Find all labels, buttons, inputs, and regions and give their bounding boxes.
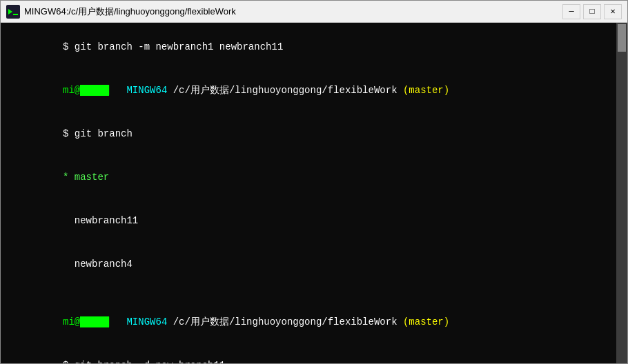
terminal-window: MINGW64:/c/用户数据/linghuoyonggong/flexible… — [0, 0, 628, 364]
line-5: newbranch4 — [5, 243, 623, 286]
path-2: /c/用户数据/linghuoyonggong/flexibleWork — [173, 316, 398, 327]
scrollbar[interactable] — [616, 23, 627, 363]
title-bar: MINGW64:/c/用户数据/linghuoyonggong/flexible… — [1, 1, 627, 23]
blank-1 — [5, 286, 623, 301]
scrollbar-thumb[interactable] — [618, 24, 626, 52]
line-1: $ git branch -m newbranch1 newbranch11 — [5, 26, 623, 69]
space-2 — [167, 85, 173, 96]
star-master: * master — [63, 172, 109, 183]
masked-1: █████ — [80, 85, 109, 96]
path-1: /c/用户数据/linghuoyonggong/flexibleWork — [173, 85, 398, 96]
masked-2: █████ — [80, 316, 109, 327]
minimize-button[interactable]: — — [562, 4, 580, 19]
terminal-icon — [6, 5, 20, 19]
terminal-content: $ git branch -m newbranch1 newbranch11 m… — [5, 26, 623, 363]
prompt-header-1: mi@█████ MINGW64 /c/用户数据/linghuoyonggong… — [5, 69, 623, 112]
user-host-1: mi@ — [63, 85, 80, 96]
space-4 — [167, 316, 173, 327]
mingw-1: MINGW64 — [126, 85, 167, 96]
mingw-2: MINGW64 — [126, 316, 167, 327]
maximize-button[interactable]: □ — [583, 4, 601, 19]
line-3: * master — [5, 156, 623, 199]
branch-nb11: newbranch11 — [63, 215, 138, 226]
terminal-wrapper: $ git branch -m newbranch1 newbranch11 m… — [1, 23, 627, 363]
close-button[interactable]: ✕ — [604, 4, 622, 19]
branch-nb4: newbranch4 — [63, 259, 133, 270]
title-text: MINGW64:/c/用户数据/linghuoyonggong/flexible… — [24, 6, 236, 18]
branch-2: (master) — [398, 316, 450, 327]
line-4: newbranch11 — [5, 199, 623, 243]
user-host-2: mi@ — [63, 316, 80, 327]
terminal[interactable]: $ git branch -m newbranch1 newbranch11 m… — [1, 23, 627, 363]
title-left: MINGW64:/c/用户数据/linghuoyonggong/flexible… — [6, 5, 236, 19]
line-2: $ git branch — [5, 112, 623, 156]
cmd-3: git branch -d new branch11 — [75, 360, 225, 363]
line-6: $ git branch -d new branch11 — [5, 344, 623, 363]
dollar-3: $ — [63, 360, 75, 363]
prompt-header-2: mi@█████ MINGW64 /c/用户数据/linghuoyonggong… — [5, 301, 623, 344]
branch-1: (master) — [398, 85, 450, 96]
cmd-2: git branch — [75, 128, 133, 139]
space-1 — [109, 85, 126, 96]
prompt-dollar: $ — [63, 41, 75, 52]
title-controls: — □ ✕ — [562, 4, 622, 19]
svg-rect-2 — [13, 14, 18, 15]
dollar-2: $ — [63, 128, 75, 139]
cmd-text: git branch -m newbranch1 newbranch11 — [75, 41, 283, 52]
space-3 — [109, 316, 126, 327]
